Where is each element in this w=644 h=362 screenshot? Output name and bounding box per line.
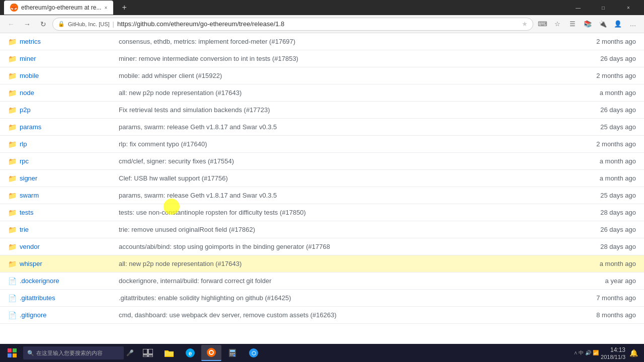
taskview-button[interactable] bbox=[138, 345, 158, 361]
file-row[interactable]: 📁whisperall: new p2p node representation… bbox=[0, 255, 644, 273]
file-link[interactable]: metrics bbox=[20, 38, 41, 45]
microphone-icon[interactable]: 🎤 bbox=[125, 346, 135, 360]
table-row: 📁nodeall: new p2p node representation (#… bbox=[0, 84, 644, 102]
commit-message: params, swarm: release Geth v1.8.17 and … bbox=[119, 123, 576, 131]
table-row: 📁whisperall: new p2p node representation… bbox=[0, 255, 644, 273]
file-explorer-app[interactable] bbox=[159, 345, 179, 361]
commit-time: 2 months ago bbox=[576, 72, 636, 79]
commit-time: 28 days ago bbox=[576, 209, 636, 216]
file-row[interactable]: 📄.gitmodulestests: update tests and impl… bbox=[0, 324, 644, 326]
start-button[interactable] bbox=[2, 345, 22, 361]
file-row[interactable]: 📁vendoraccounts/abi/bind: stop using goi… bbox=[0, 238, 644, 255]
forward-button[interactable]: → bbox=[20, 17, 34, 31]
translate-icon[interactable]: ⌨ bbox=[535, 17, 549, 31]
commit-message: cmd/clef, signer: security fixes (#17554… bbox=[119, 157, 576, 165]
folder-icon: 📁 bbox=[8, 174, 17, 183]
commit-time: 28 days ago bbox=[576, 243, 636, 250]
file-link[interactable]: .gitattributes bbox=[20, 294, 55, 302]
table-row: 📁paramsparams, swarm: release Geth v1.8.… bbox=[0, 119, 644, 136]
tab-title: ethereum/go-ethereum at re... bbox=[21, 4, 101, 11]
file-row[interactable]: 📁swarmparams, swarm: release Geth v1.8.1… bbox=[0, 187, 644, 204]
file-link[interactable]: rpc bbox=[20, 157, 29, 165]
folder-icon: 📁 bbox=[8, 226, 17, 234]
commit-time: a month ago bbox=[576, 89, 636, 97]
commit-time: 26 days ago bbox=[576, 226, 636, 233]
file-link[interactable]: signer bbox=[20, 174, 37, 182]
taskbar-time: 14:13 bbox=[610, 346, 625, 353]
file-row[interactable]: 📁minerminer: remove intermediate convers… bbox=[0, 50, 644, 67]
file-row[interactable]: 📁p2pFix retrieval tests and simulation b… bbox=[0, 102, 644, 119]
browser-app[interactable] bbox=[201, 345, 221, 361]
hub-icon[interactable]: 📚 bbox=[581, 17, 595, 31]
commit-time: 2 months ago bbox=[576, 38, 636, 45]
commit-time: 26 days ago bbox=[576, 106, 636, 114]
file-icon: 📄 bbox=[8, 277, 17, 285]
file-link[interactable]: params bbox=[20, 123, 41, 131]
svg-point-12 bbox=[210, 351, 213, 354]
file-browser: 📁metricsconsensus, ethdb, metrics: imple… bbox=[0, 33, 644, 326]
svg-rect-0 bbox=[8, 348, 12, 352]
maximize-button[interactable]: □ bbox=[592, 0, 615, 15]
file-link[interactable]: node bbox=[20, 89, 34, 97]
edge-app[interactable]: e bbox=[180, 345, 200, 361]
taskbar-date: 2018/11/3 bbox=[601, 354, 625, 360]
file-link[interactable]: miner bbox=[20, 55, 36, 62]
settings-icon[interactable]: … bbox=[626, 17, 640, 31]
file-row[interactable]: 📁nodeall: new p2p node representation (#… bbox=[0, 84, 644, 102]
favorites-icon[interactable]: ☆ bbox=[550, 17, 565, 31]
star-icon[interactable]: ★ bbox=[522, 20, 528, 28]
new-tab-button[interactable]: + bbox=[117, 1, 131, 15]
file-link[interactable]: .gitignore bbox=[20, 311, 46, 319]
file-link[interactable]: tests bbox=[20, 209, 33, 216]
commit-message: consensus, ethdb, metrics: implement for… bbox=[119, 38, 576, 45]
file-link[interactable]: p2p bbox=[20, 106, 31, 114]
folder-icon: 📁 bbox=[8, 89, 17, 97]
devtools-app[interactable]: ⬡ bbox=[244, 345, 264, 361]
file-row[interactable]: 📁paramsparams, swarm: release Geth v1.8.… bbox=[0, 119, 644, 136]
refresh-button[interactable]: ↻ bbox=[36, 17, 50, 31]
file-row[interactable]: 📁signerClef: USB hw wallet support (#177… bbox=[0, 170, 644, 187]
file-row[interactable]: 📁rlprlp: fix comment typo (#17640)2 mont… bbox=[0, 136, 644, 153]
svg-rect-4 bbox=[143, 349, 147, 354]
file-row[interactable]: 📁trietrie: remove unused originalRoot fi… bbox=[0, 221, 644, 238]
commit-message: trie: remove unused originalRoot field (… bbox=[119, 226, 576, 233]
file-link[interactable]: swarm bbox=[20, 192, 39, 199]
svg-rect-2 bbox=[8, 353, 12, 357]
file-row[interactable]: 📄.dockerignoredockerignore, internal/bui… bbox=[0, 273, 644, 290]
table-row: 📄.gitattributes.gitattributes: enable so… bbox=[0, 290, 644, 307]
commit-message: tests: use non-constantinople ropsten fo… bbox=[119, 209, 576, 216]
file-row[interactable]: 📁metricsconsensus, ethdb, metrics: imple… bbox=[0, 33, 644, 50]
reader-icon[interactable]: ☰ bbox=[566, 17, 580, 31]
file-row[interactable]: 📁mobilemobile: add whisper client (#1592… bbox=[0, 67, 644, 84]
file-link[interactable]: vendor bbox=[20, 243, 40, 250]
table-row: 📁vendoraccounts/abi/bind: stop using goi… bbox=[0, 238, 644, 255]
file-link[interactable]: whisper bbox=[20, 260, 42, 267]
file-link[interactable]: mobile bbox=[20, 72, 39, 79]
close-button[interactable]: × bbox=[617, 0, 640, 15]
commit-message: .gitattributes: enable solidity highligh… bbox=[119, 294, 576, 302]
extension-icon[interactable]: 🔌 bbox=[596, 17, 610, 31]
address-box[interactable]: 🔒 GitHub, Inc. [US] | https://github.com… bbox=[52, 18, 533, 31]
file-link[interactable]: trie bbox=[20, 226, 29, 233]
minimize-button[interactable]: — bbox=[567, 0, 590, 15]
profile-icon[interactable]: 👤 bbox=[611, 17, 625, 31]
file-row[interactable]: 📁rpccmd/clef, signer: security fixes (#1… bbox=[0, 153, 644, 170]
table-row: 📁rlprlp: fix comment typo (#17640)2 mont… bbox=[0, 136, 644, 153]
svg-rect-6 bbox=[143, 355, 147, 357]
taskbar-search-placeholder: 在这里输入您要搜索的内容 bbox=[36, 349, 103, 357]
file-row[interactable]: 📄.gitignorecmd, dashboard: use webpack d… bbox=[0, 307, 644, 324]
back-button[interactable]: ← bbox=[4, 17, 18, 31]
tab-close-button[interactable]: × bbox=[104, 5, 107, 11]
calculator-app[interactable] bbox=[222, 345, 243, 361]
taskbar-search[interactable]: 🔍 在这里输入您要搜索的内容 bbox=[23, 346, 124, 359]
folder-icon: 📁 bbox=[8, 55, 17, 63]
commit-time: 8 months ago bbox=[576, 311, 636, 319]
notification-icon[interactable]: 🔔 bbox=[629, 349, 638, 357]
file-row[interactable]: 📄.gitattributes.gitattributes: enable so… bbox=[0, 290, 644, 307]
file-link[interactable]: rlp bbox=[20, 140, 27, 148]
commit-time: a month ago bbox=[576, 157, 636, 165]
file-link[interactable]: .dockerignore bbox=[20, 277, 59, 285]
browser-tab[interactable]: 🦊 ethereum/go-ethereum at re... × bbox=[4, 1, 113, 15]
security-label: GitHub, Inc. [US] bbox=[68, 21, 110, 27]
file-row[interactable]: 📁teststests: use non-constantinople rops… bbox=[0, 204, 644, 221]
